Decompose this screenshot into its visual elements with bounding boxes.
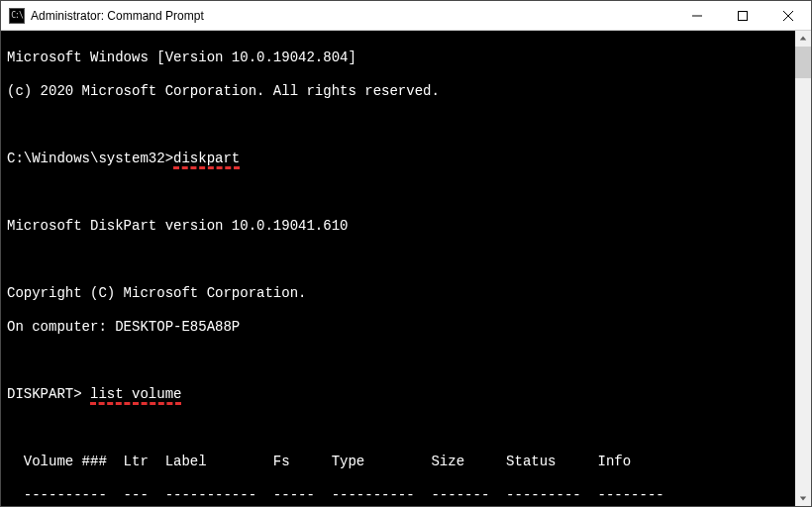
table-header: Volume ### Ltr Label Fs Type Size Status…	[7, 454, 789, 470]
maximize-button[interactable]	[720, 1, 765, 30]
vertical-scrollbar[interactable]	[795, 31, 811, 506]
close-button[interactable]	[765, 1, 811, 30]
output-line: Copyright (C) Microsoft Corporation.	[7, 285, 789, 302]
output-line	[7, 353, 789, 369]
window-title: Administrator: Command Prompt	[31, 9, 674, 23]
table-divider: ---------- --- ----------- ----- -------…	[7, 487, 789, 504]
svg-rect-1	[739, 11, 748, 20]
prompt-line: C:\Windows\system32>diskpart	[7, 151, 789, 167]
command-prompt-window: C:\ Administrator: Command Prompt Micros…	[0, 0, 812, 507]
cmd-diskpart: diskpart	[173, 151, 240, 169]
output-line	[7, 420, 789, 437]
minimize-button[interactable]	[674, 1, 720, 30]
output-line	[7, 117, 789, 134]
output-line: Microsoft DiskPart version 10.0.19041.61…	[7, 218, 789, 235]
prompt-line: DISKPART> list volume	[7, 386, 789, 403]
titlebar[interactable]: C:\ Administrator: Command Prompt	[1, 1, 811, 31]
cmd-icon: C:\	[9, 8, 25, 24]
window-controls	[674, 1, 811, 30]
scrollbar-thumb[interactable]	[795, 47, 811, 78]
terminal-output[interactable]: Microsoft Windows [Version 10.0.19042.80…	[1, 31, 795, 506]
output-line	[7, 252, 789, 268]
terminal-area: Microsoft Windows [Version 10.0.19042.80…	[1, 31, 811, 506]
output-line: Microsoft Windows [Version 10.0.19042.80…	[7, 50, 789, 66]
scroll-down-icon[interactable]	[795, 490, 811, 506]
scroll-up-icon[interactable]	[795, 31, 811, 47]
output-line: On computer: DESKTOP-E85A88P	[7, 319, 789, 336]
output-line: (c) 2020 Microsoft Corporation. All righ…	[7, 83, 789, 100]
cmd-list-volume: list volume	[90, 386, 181, 405]
output-line	[7, 184, 789, 201]
